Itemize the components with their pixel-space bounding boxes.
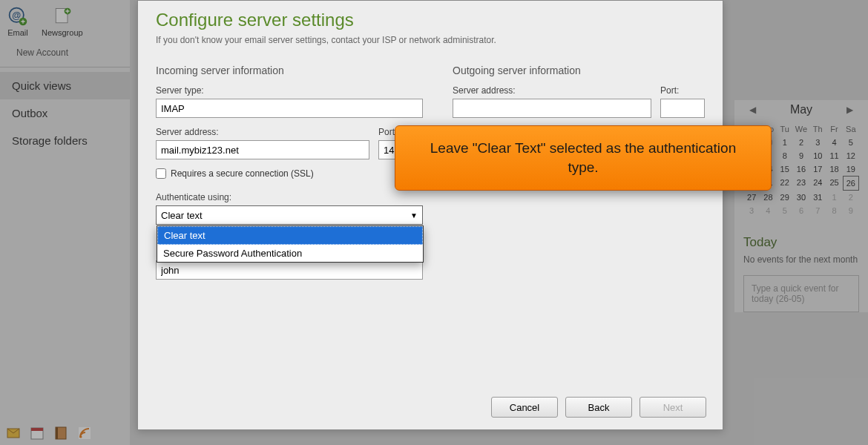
ssl-checkbox[interactable]: [156, 168, 166, 179]
auth-selected-value: Clear text: [161, 210, 203, 221]
calendar-day[interactable]: 25: [826, 176, 842, 191]
calendar-dow: Th: [809, 122, 826, 136]
newsgroup-icon: [52, 6, 73, 27]
dialog-subtitle: If you don't know your email server sett…: [156, 35, 705, 45]
calendar-day[interactable]: 22: [777, 176, 793, 191]
contacts-icon[interactable]: [53, 426, 68, 441]
calendar-day[interactable]: 12: [843, 149, 859, 162]
calendar-day[interactable]: 8: [826, 204, 842, 217]
calendar-day[interactable]: 15: [777, 162, 793, 176]
calendar-day[interactable]: 1: [777, 136, 793, 149]
calendar-dow: Sa: [843, 122, 859, 136]
calendar-next[interactable]: ▶: [846, 105, 853, 115]
calendar-header: ◀ May ▶: [743, 100, 859, 119]
calendar-day[interactable]: 7: [809, 204, 826, 217]
feeds-icon[interactable]: [77, 426, 92, 441]
toolbar-email[interactable]: @ Email: [7, 6, 28, 37]
toolbar-label: Email: [7, 28, 28, 37]
quick-event-input[interactable]: Type a quick event for today (26-05): [743, 275, 859, 312]
left-sidebar: @ Email Newsgroup New Account Quick view…: [0, 0, 130, 445]
sidebar-item-storage[interactable]: Storage folders: [0, 127, 130, 154]
server-type-label: Server type:: [156, 85, 423, 96]
logon-id-input[interactable]: [156, 260, 423, 280]
calendar-day[interactable]: 18: [826, 162, 842, 176]
auth-select[interactable]: Clear text ▼ Clear text Secure Password …: [156, 205, 423, 225]
calendar-day[interactable]: 5: [777, 204, 793, 217]
calendar-day[interactable]: 27: [743, 191, 760, 204]
incoming-column: Incoming server information Server type:…: [156, 65, 423, 280]
out-port-label: Port:: [660, 85, 705, 96]
calendar-dow: We: [793, 122, 809, 136]
calendar-day[interactable]: 28: [760, 191, 776, 204]
calendar-prev[interactable]: ◀: [749, 105, 756, 115]
new-account-link[interactable]: New Account: [0, 43, 130, 62]
calendar-day[interactable]: 17: [809, 162, 826, 176]
calendar-day[interactable]: 4: [760, 204, 776, 217]
auth-label: Authenticate using:: [156, 192, 423, 202]
calendar-day[interactable]: 2: [793, 136, 809, 149]
calendar-day[interactable]: 8: [777, 149, 793, 162]
calendar-day[interactable]: 31: [809, 191, 826, 204]
calendar-day[interactable]: 11: [826, 149, 842, 162]
next-button: Next: [640, 397, 706, 418]
outgoing-heading: Outgoing server information: [453, 65, 705, 76]
calendar-month: May: [790, 103, 812, 116]
calendar-day[interactable]: 6: [793, 204, 809, 217]
auth-option-cleartext[interactable]: Clear text: [157, 226, 423, 245]
sidebar-item-outbox[interactable]: Outbox: [0, 99, 130, 127]
calendar-day[interactable]: 2: [843, 191, 859, 204]
server-address-label: Server address:: [156, 127, 369, 137]
out-server-address-label: Server address:: [453, 85, 651, 96]
today-heading: Today: [743, 235, 859, 250]
calendar-day[interactable]: 4: [826, 136, 842, 149]
toolbar-newsgroup[interactable]: Newsgroup: [42, 6, 83, 37]
calendar-day[interactable]: 1: [826, 191, 842, 204]
callout-text: Leave "Clear Text" selected as the authe…: [418, 139, 749, 177]
calendar-day[interactable]: 9: [843, 204, 859, 217]
calendar-dow: Tu: [777, 122, 793, 136]
calendar-icon[interactable]: [30, 426, 45, 441]
back-button[interactable]: Back: [565, 397, 632, 418]
dialog-buttons: Cancel Back Next: [491, 397, 706, 418]
today-section: Today No events for the next month Type …: [743, 235, 859, 312]
divider: [0, 67, 130, 67]
calendar-day[interactable]: 19: [843, 162, 859, 176]
server-address-input[interactable]: [156, 140, 369, 159]
calendar-day[interactable]: 24: [809, 176, 826, 191]
calendar-dow: Fr: [826, 122, 842, 136]
server-type-select[interactable]: [156, 99, 423, 118]
svg-rect-7: [31, 428, 43, 431]
out-server-address-input[interactable]: [453, 99, 651, 118]
svg-text:@: @: [12, 10, 21, 21]
incoming-heading: Incoming server information: [156, 65, 423, 76]
dialog-title: Configure server settings: [156, 10, 705, 30]
calendar-day[interactable]: 10: [809, 149, 826, 162]
calendar-day[interactable]: 23: [793, 176, 809, 191]
ssl-label: Requires a secure connection (SSL): [171, 168, 314, 179]
config-dialog: Configure server settings If you don't k…: [137, 0, 723, 430]
toolbar-label: Newsgroup: [42, 28, 83, 37]
sidebar-item-quickviews[interactable]: Quick views: [0, 72, 130, 99]
calendar-day[interactable]: 3: [743, 204, 760, 217]
calendar-day[interactable]: 16: [793, 162, 809, 176]
auth-dropdown: Clear text Secure Password Authenticatio…: [157, 225, 424, 263]
calendar-day[interactable]: 29: [777, 191, 793, 204]
calendar-day[interactable]: 3: [809, 136, 826, 149]
instruction-callout: Leave "Clear Text" selected as the authe…: [395, 125, 772, 191]
auth-option-spa[interactable]: Secure Password Authentication: [157, 245, 423, 262]
cancel-button[interactable]: Cancel: [491, 397, 558, 418]
mail-icon[interactable]: [6, 426, 21, 441]
calendar-day[interactable]: 5: [843, 136, 859, 149]
svg-point-11: [80, 436, 82, 438]
calendar-day[interactable]: 30: [793, 191, 809, 204]
bottom-icons: [6, 426, 92, 441]
email-icon: @: [7, 6, 28, 27]
calendar-day[interactable]: 26: [843, 176, 859, 191]
out-port-input[interactable]: [660, 99, 705, 118]
chevron-down-icon: ▼: [410, 211, 418, 220]
toolbar: @ Email Newsgroup: [0, 0, 130, 43]
calendar-day[interactable]: 9: [793, 149, 809, 162]
svg-rect-9: [56, 427, 58, 439]
no-events-text: No events for the next month: [743, 254, 859, 265]
